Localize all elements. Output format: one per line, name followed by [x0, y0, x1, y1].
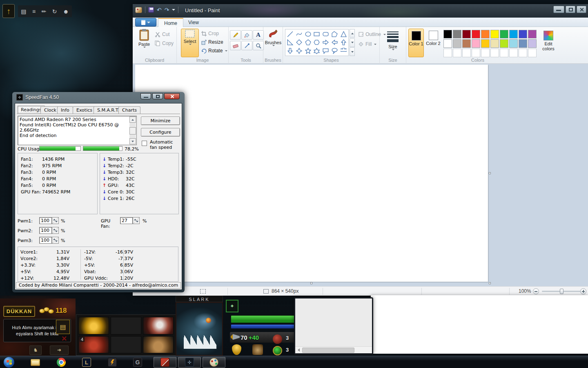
- shape-ellipse[interactable]: [303, 30, 312, 38]
- close-button[interactable]: [164, 93, 180, 99]
- palette-empty-slot[interactable]: [528, 49, 537, 57]
- dota-pen-icon[interactable]: ✏: [42, 8, 47, 15]
- shape-hexagon[interactable]: [312, 38, 321, 47]
- shape-right-arrow[interactable]: [321, 38, 330, 47]
- speedfan-titlebar[interactable]: SpeedFan 4.50: [16, 94, 59, 101]
- palette-empty-slot[interactable]: [500, 49, 508, 57]
- palette-color[interactable]: [453, 30, 461, 38]
- palette-empty-slot[interactable]: [462, 49, 471, 57]
- picker-tool-button[interactable]: [241, 41, 252, 50]
- pwm1-input[interactable]: 100: [39, 217, 52, 224]
- scrollbar-thumb[interactable]: [129, 127, 136, 135]
- paint-titlebar[interactable]: ↶ ↷ Untitled - Paint: [133, 4, 588, 18]
- shape-six-point-star[interactable]: [312, 47, 321, 55]
- canvas-resize-handle-bottom[interactable]: [310, 282, 312, 284]
- pwm2-input[interactable]: 100: [39, 227, 52, 234]
- palette-color[interactable]: [519, 30, 527, 38]
- palette-color[interactable]: [528, 39, 537, 48]
- palette-color[interactable]: [453, 39, 461, 48]
- shape-five-point-star[interactable]: [303, 47, 312, 55]
- shapes-scroll-up-button[interactable]: [350, 29, 355, 38]
- palette-color[interactable]: [509, 30, 518, 38]
- zoom-out-button[interactable]: [533, 288, 539, 294]
- dota-tp-scroll-icon[interactable]: ▤: [56, 320, 70, 334]
- dota-deliver-items-button[interactable]: ➜: [50, 346, 69, 355]
- scrollbar-thumb[interactable]: [302, 348, 354, 353]
- qat-dropdown-icon[interactable]: [172, 9, 175, 11]
- shape-line[interactable]: [286, 30, 295, 38]
- palette-empty-slot[interactable]: [509, 49, 518, 57]
- maximize-button[interactable]: [152, 93, 163, 99]
- inventory-slot-empty[interactable]: [111, 336, 141, 354]
- palette-color[interactable]: [490, 30, 499, 38]
- shape-polygon[interactable]: [330, 30, 339, 38]
- inventory-slot-axe[interactable]: [143, 317, 174, 334]
- shape-cloud-callout[interactable]: [339, 47, 348, 55]
- fill-tool-button[interactable]: [241, 30, 252, 40]
- palette-color[interactable]: [500, 39, 508, 48]
- shape-right-triangle[interactable]: [286, 38, 295, 47]
- palette-color[interactable]: [472, 30, 480, 38]
- pwm2-spinner[interactable]: [52, 227, 59, 234]
- edit-colors-button[interactable]: Edit colors: [539, 29, 557, 57]
- automatic-fan-speed-checkbox[interactable]: [142, 141, 147, 146]
- shape-up-arrow[interactable]: [339, 38, 348, 47]
- color2-button[interactable]: Color 2: [425, 29, 441, 57]
- text-tool-button[interactable]: A: [253, 30, 264, 40]
- dota-courier-button[interactable]: ♞: [29, 346, 42, 355]
- tab-info[interactable]: Info: [57, 106, 73, 114]
- shape-down-arrow[interactable]: [286, 47, 295, 55]
- redo-icon[interactable]: ↷: [165, 7, 169, 13]
- palette-color[interactable]: [443, 30, 452, 38]
- gpu-fan-pwm-spinner[interactable]: [133, 217, 140, 224]
- taskbar-item-winamp[interactable]: [104, 357, 120, 368]
- copy-button[interactable]: Copy: [155, 39, 174, 47]
- brushes-button[interactable]: Brushes: [264, 29, 282, 57]
- palette-color[interactable]: [490, 39, 499, 48]
- zoom-slider-thumb[interactable]: [560, 289, 564, 294]
- magnifier-tool-button[interactable]: [253, 41, 264, 50]
- scroll-left-button[interactable]: [295, 347, 302, 354]
- taskbar-item-explorer[interactable]: [27, 357, 43, 368]
- dota-list-icon[interactable]: ≡: [32, 8, 36, 15]
- paint-menu-button[interactable]: [135, 18, 156, 27]
- palette-empty-slot[interactable]: [472, 49, 480, 57]
- taskbar-item-dota2[interactable]: [154, 357, 176, 368]
- tab-home[interactable]: Home: [158, 18, 183, 27]
- palette-color[interactable]: [481, 39, 490, 48]
- gpu-fan-pwm-input[interactable]: 27: [120, 217, 133, 224]
- pencil-tool-button[interactable]: [230, 30, 241, 40]
- palette-color[interactable]: [472, 39, 480, 48]
- shape-rectangle[interactable]: [312, 30, 321, 38]
- palette-color[interactable]: [462, 39, 471, 48]
- shape-oval-callout[interactable]: [330, 47, 339, 55]
- taskbar-item-chrome[interactable]: [53, 357, 69, 368]
- shape-rounded-callout[interactable]: [321, 47, 330, 55]
- color1-button[interactable]: Color 1: [408, 29, 424, 57]
- shape-pentagon[interactable]: [303, 38, 312, 47]
- shape-left-arrow[interactable]: [330, 38, 339, 47]
- taskbar-item-paint[interactable]: [203, 357, 225, 368]
- log-scrollbar[interactable]: [129, 117, 136, 144]
- shape-triangle[interactable]: [339, 30, 348, 38]
- shape-curve[interactable]: [295, 30, 304, 38]
- palette-empty-slot[interactable]: [443, 49, 452, 57]
- shape-four-point-star[interactable]: [295, 47, 304, 55]
- taskbar-item-speedfan[interactable]: [178, 357, 201, 368]
- palette-color[interactable]: [500, 30, 508, 38]
- shape-diamond[interactable]: [295, 38, 304, 47]
- paint-canvas[interactable]: [135, 65, 488, 282]
- size-button[interactable]: Size: [384, 29, 402, 57]
- zoom-in-button[interactable]: [580, 288, 586, 294]
- palette-empty-slot[interactable]: [519, 49, 527, 57]
- maximize-button[interactable]: [566, 6, 575, 13]
- palette-color[interactable]: [481, 30, 490, 38]
- shapes-scroll-down-button[interactable]: [350, 38, 355, 47]
- rotate-button[interactable]: Rotate: [201, 47, 227, 55]
- dota-buff-icon[interactable]: ✦: [226, 300, 238, 312]
- pwm1-spinner[interactable]: [52, 217, 59, 224]
- palette-color[interactable]: [443, 39, 452, 48]
- palette-empty-slot[interactable]: [481, 49, 490, 57]
- dota-cancel-x-icon[interactable]: ✕: [61, 334, 67, 343]
- dota-scroll-up-button[interactable]: ↑: [2, 4, 15, 18]
